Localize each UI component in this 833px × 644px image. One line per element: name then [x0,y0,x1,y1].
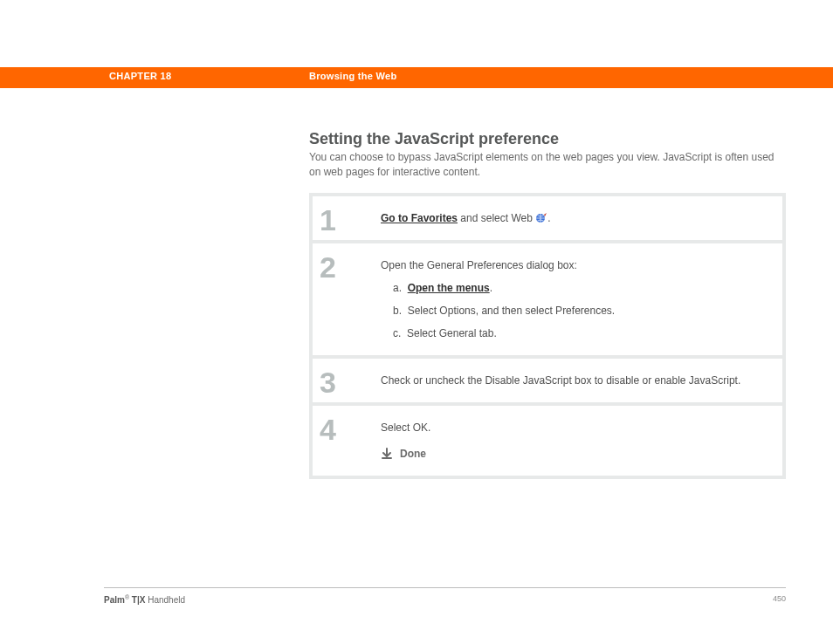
step-text-end: . [547,212,550,224]
section-intro: You can choose to bypass JavaScript elem… [309,150,782,181]
step-row: 2 Open the General Preferences dialog bo… [313,243,782,355]
step-number: 2 [313,243,370,355]
step-lead: Open the General Preferences dialog box: [381,259,768,271]
favorites-link[interactable]: Go to Favorites [381,212,458,224]
step-body: Open the General Preferences dialog box:… [370,243,782,355]
footer-rule [104,587,786,588]
web-icon [535,213,547,223]
done-row: Done [381,448,768,460]
step-body: Check or uncheck the Disable JavaScript … [370,359,782,402]
chapter-label: CHAPTER 18 [109,71,171,81]
step-number: 1 [313,196,370,240]
document-page: CHAPTER 18 Browsing the Web Setting the … [0,0,833,644]
substep-period: . [490,282,492,294]
substep-text: Select Options, and then select Preferen… [408,305,615,317]
step-text: and select Web [458,212,535,224]
substep-label: b. [393,305,402,317]
step-row: 1 Go to Favorites and select Web . [313,196,782,240]
step-text: Check or uncheck the Disable JavaScript … [381,374,768,387]
substep-label: a. [393,282,402,294]
steps-container: 1 Go to Favorites and select Web . 2 Ope… [309,193,786,479]
footer-product-suffix: Handheld [145,595,185,605]
step-number: 3 [313,359,370,402]
substep: c. Select General tab. [393,327,768,339]
done-label: Done [400,448,426,460]
step-body: Select OK. Done [370,406,782,476]
step-number: 4 [313,406,370,476]
substep-text: Select General tab. [407,327,497,339]
page-number: 450 [773,594,786,603]
done-arrow-icon [381,448,393,460]
footer-brand: Palm [104,595,125,605]
open-menus-link[interactable]: Open the menus [408,282,490,294]
step-row: 4 Select OK. Done [313,406,782,476]
footer-model: T|X [129,595,145,605]
substep: a. Open the menus. [393,282,768,294]
step-text: Select OK. [381,421,768,434]
section-title: Setting the JavaScript preference [309,130,559,148]
step-body: Go to Favorites and select Web . [370,196,782,240]
footer-product: Palm® T|X Handheld [104,594,185,605]
step-row: 3 Check or uncheck the Disable JavaScrip… [313,359,782,402]
breadcrumb: Browsing the Web [309,71,397,81]
substeps: a. Open the menus. b. Select Options, an… [381,282,768,339]
substep: b. Select Options, and then select Prefe… [393,305,768,317]
substep-label: c. [393,327,401,339]
